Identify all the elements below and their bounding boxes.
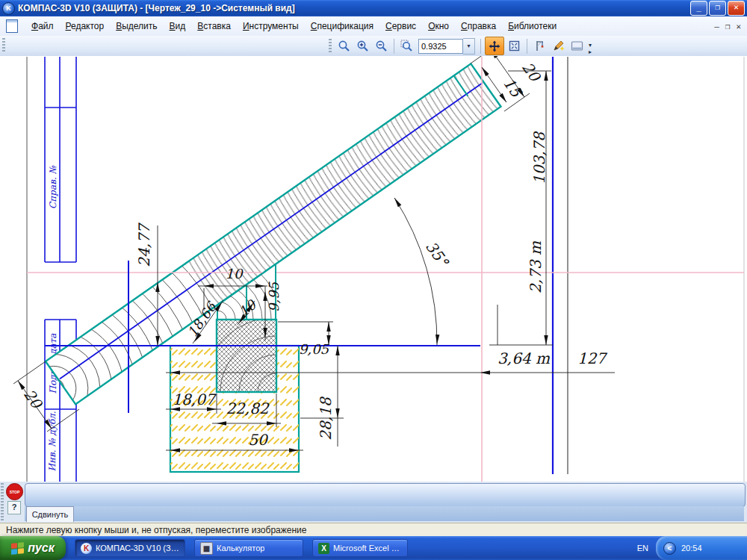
language-indicator[interactable]: EN [630,544,656,553]
dim-span-units: 127 [577,349,607,367]
menu-specification[interactable]: Спецификация [305,18,379,34]
close-button[interactable]: ✕ [728,1,745,16]
menu-insert[interactable]: Вставка [191,18,237,34]
panel-tab-row: Сдвинуть [25,506,744,521]
taskbar: пуск K КОМПАС-3D V10 (ЗА... ▦ Калькулято… [0,536,747,560]
tab-move[interactable]: Сдвинуть [26,506,74,522]
status-message: Нажмите левую кнопку мыши и, не отпуская… [6,525,306,535]
dim-block-width: 50 [248,431,269,449]
refresh-image-button[interactable] [550,38,567,55]
fit-window-button[interactable] [506,38,523,55]
restore-button[interactable]: ❐ [709,1,726,16]
task-kompas[interactable]: K КОМПАС-3D V10 (ЗА... [75,539,185,557]
magnifier-area-icon [400,40,413,52]
stop-button[interactable]: STOP [6,483,23,500]
dim-span-meters: 3,64 m [498,349,550,367]
toolbar-handle[interactable] [2,38,5,53]
dim-post-width: 22,82 [226,399,270,417]
zoom-out-button[interactable] [373,38,390,55]
menu-libraries[interactable]: Библиотеки [502,18,562,34]
menu-bar: Файл Редактор Выделить Вид Вставка Инстр… [0,16,747,37]
window-title: КОМПАС-3D V10 (ЗАЩИТА) - [Чертеж_29_10 -… [18,3,295,13]
menu-service[interactable]: Сервис [379,18,422,34]
zoom-scale-dropdown[interactable]: ▼ [463,38,475,55]
pan-button[interactable] [485,37,504,55]
magnifier-plus-icon [356,40,369,52]
crane-icon [533,40,546,52]
dim-embed-depth: 28,18 [317,396,335,441]
dim-beam-width: 24,77 [135,223,153,267]
system-tray: < 20:54 [656,536,747,560]
dim-post-top: 9,05 [299,341,330,357]
panel-icon [571,40,583,52]
menu-view[interactable]: Вид [164,18,192,34]
panel-toggle-button[interactable] [568,38,586,55]
toolbar-overflow-chevron[interactable]: ▾▸ [589,42,592,55]
rebuild-button[interactable] [531,38,548,55]
dim-height-meters: 2,73 m [527,241,545,293]
pan-icon [489,40,500,52]
clock[interactable]: 20:54 [681,544,702,553]
application-window: K КОМПАС-3D V10 (ЗАЩИТА) - [Чертеж_29_10… [0,0,747,560]
menu-help[interactable]: Справка [455,18,502,34]
pencil-icon [552,40,565,52]
app-icon: K [2,2,15,15]
property-panel: STOP ? Сдвинуть [0,482,747,523]
minimize-button[interactable]: _ [690,1,707,16]
magnifier-icon [338,40,350,52]
menu-editor[interactable]: Редактор [60,18,111,34]
tray-kompas-icon[interactable]: < [663,542,676,555]
zoom-toolbar-handle[interactable] [329,39,332,54]
task-excel[interactable]: X Microsoft Excel - СТР... [312,539,408,557]
zoom-in-button[interactable] [354,38,371,55]
kompas-icon: K [81,543,92,554]
doc-close-button[interactable]: ✕ [736,22,741,31]
magnifier-minus-icon [375,40,388,52]
doc-restore-button[interactable]: ❐ [725,22,731,31]
start-label: пуск [28,541,55,555]
calculator-icon: ▦ [200,542,213,555]
frame-label-ref: Справ. № [48,165,58,208]
panel-handle[interactable] [1,483,4,520]
title-bar: K КОМПАС-3D V10 (ЗАЩИТА) - [Чертеж_29_10… [0,0,747,16]
document-icon[interactable] [6,19,18,33]
paper-background [0,56,747,482]
excel-icon: X [318,543,329,554]
menu-select[interactable]: Выделить [110,18,163,34]
view-toolbar: ▼ ▾▸ [0,36,747,57]
task-calculator[interactable]: ▦ Калькулятор [194,539,303,557]
help-button[interactable]: ? [7,501,21,514]
start-button[interactable]: пуск [0,536,66,560]
zoom-select-button[interactable] [335,38,353,55]
zoom-area-button[interactable] [398,38,415,55]
doc-minimize-button[interactable]: — [714,22,719,31]
frame-label-inv: Инв. № дубл. [47,411,58,471]
zoom-scale-input[interactable] [418,39,463,54]
drawing-canvas[interactable]: Справ. № Подп. и дата Инв. № дубл. [0,56,747,482]
menu-file[interactable]: Файл [25,18,60,34]
property-bar [25,483,746,507]
menu-window[interactable]: Окно [422,18,455,34]
dim-edge-offset: 18,07 [172,391,217,408]
dim-height-upper: 103,78 [530,131,548,184]
windows-logo-icon [11,542,24,555]
dim-notch-width: 10 [226,266,244,281]
fit-window-icon [508,40,521,52]
menu-tools[interactable]: Инструменты [237,18,305,34]
zoom-scale-combo: ▼ [418,38,475,55]
dim-notch-depth: 9,95 [266,281,282,312]
status-bar: Нажмите левую кнопку мыши и, не отпуская… [0,523,747,536]
